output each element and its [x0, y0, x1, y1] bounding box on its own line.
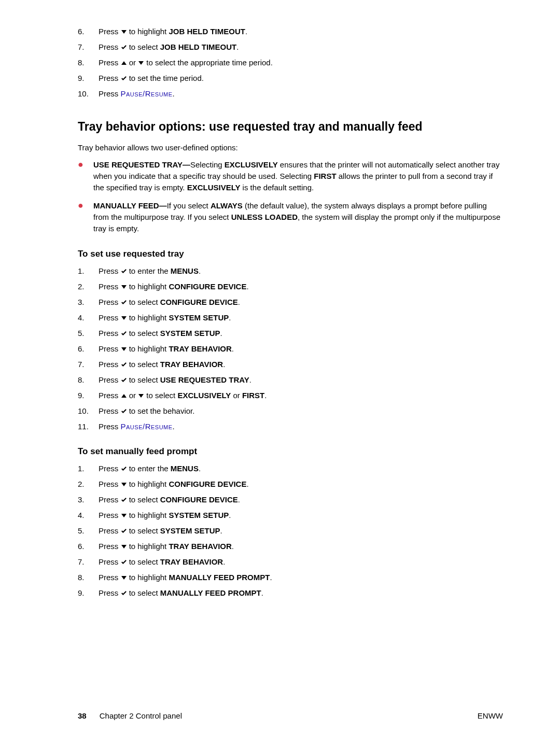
subsection-heading-2: To set manually feed prompt: [78, 446, 503, 457]
top-ordered-list: 6.Press to highlight JOB HELD TIMEOUT.7.…: [78, 26, 503, 99]
procedure-list-2: 1.Press to enter the MENUS.2.Press to hi…: [78, 463, 503, 598]
subsection-heading-1: To set use requested tray: [78, 249, 503, 259]
check-icon: [121, 300, 127, 305]
list-item: 9.Press to set the time period.: [78, 73, 503, 83]
check-icon: [121, 269, 127, 274]
down-arrow-icon: [121, 346, 127, 352]
check-icon: [121, 331, 127, 336]
list-item: 8.Press to select USE REQUESTED TRAY.: [78, 374, 503, 385]
check-icon: [121, 591, 127, 596]
check-icon: [121, 466, 127, 471]
list-item: 6.Press to highlight TRAY BEHAVIOR.: [78, 343, 503, 354]
intro-paragraph: Tray behavior allows two user-defined op…: [78, 143, 503, 152]
down-arrow-icon: [121, 544, 127, 549]
list-item: 8.Press or to select the appropriate tim…: [78, 57, 503, 68]
list-item: 3.Press to select CONFIGURE DEVICE.: [78, 494, 503, 505]
check-icon: [121, 559, 127, 565]
check-icon: [121, 76, 127, 81]
list-item: 8.Press to highlight MANUALLY FEED PROMP…: [78, 572, 503, 583]
down-arrow-icon: [121, 575, 127, 580]
list-item: 7.Press to select TRAY BEHAVIOR.: [78, 359, 503, 370]
footer-right: ENWW: [478, 711, 503, 720]
pause-resume-link[interactable]: Pause/Resume: [121, 422, 173, 431]
list-item: 9.Press or to select EXCLUSIVELY or FIRS…: [78, 390, 503, 401]
list-item: 7.Press to select TRAY BEHAVIOR.: [78, 556, 503, 567]
section-heading: Tray behavior options: use requested tra…: [78, 120, 503, 134]
check-icon: [121, 528, 127, 533]
bullet-item: ●USE REQUESTED TRAY—Selecting EXCLUSIVEL…: [78, 159, 503, 193]
list-item: 6.Press to highlight JOB HELD TIMEOUT.: [78, 26, 503, 37]
list-item: 11.Press Pause/Resume.: [78, 421, 503, 432]
list-item: 1.Press to enter the MENUS.: [78, 265, 503, 276]
down-arrow-icon: [121, 284, 127, 289]
list-item: 9.Press to select MANUALLY FEED PROMPT.: [78, 587, 503, 598]
list-item: 1.Press to enter the MENUS.: [78, 463, 503, 474]
list-item: 2.Press to highlight CONFIGURE DEVICE.: [78, 281, 503, 292]
page-number: 38: [78, 711, 87, 720]
list-item: 5.Press to select SYSTEM SETUP.: [78, 328, 503, 339]
down-arrow-icon: [138, 393, 144, 398]
chapter-label: Chapter 2 Control panel: [100, 711, 182, 720]
list-item: 4.Press to highlight SYSTEM SETUP.: [78, 510, 503, 521]
bullet-icon: ●: [78, 159, 84, 193]
list-item: 10.Press to set the behavior.: [78, 405, 503, 416]
check-icon: [121, 45, 127, 50]
bullet-item: ●MANUALLY FEED—If you select ALWAYS (the…: [78, 200, 503, 234]
up-arrow-icon: [121, 393, 127, 398]
list-item: 5.Press to select SYSTEM SETUP.: [78, 525, 503, 536]
list-item: 4.Press to highlight SYSTEM SETUP.: [78, 312, 503, 323]
bullet-list: ●USE REQUESTED TRAY—Selecting EXCLUSIVEL…: [78, 159, 503, 234]
list-item: 10.Press Pause/Resume.: [78, 88, 503, 99]
check-icon: [121, 362, 127, 367]
check-icon: [121, 409, 127, 414]
up-arrow-icon: [121, 60, 127, 65]
down-arrow-icon: [121, 315, 127, 320]
procedure-list-1: 1.Press to enter the MENUS.2.Press to hi…: [78, 265, 503, 432]
down-arrow-icon: [121, 482, 127, 487]
list-item: 3.Press to select CONFIGURE DEVICE.: [78, 297, 503, 307]
list-item: 6.Press to highlight TRAY BEHAVIOR.: [78, 541, 503, 552]
down-arrow-icon: [121, 513, 127, 518]
pause-resume-link[interactable]: Pause/Resume: [121, 89, 173, 98]
list-item: 2.Press to highlight CONFIGURE DEVICE.: [78, 479, 503, 489]
page-footer: 38 Chapter 2 Control panel ENWW: [78, 711, 503, 720]
list-item: 7.Press to select JOB HELD TIMEOUT.: [78, 41, 503, 52]
check-icon: [121, 497, 127, 502]
down-arrow-icon: [138, 60, 144, 65]
down-arrow-icon: [121, 29, 127, 34]
check-icon: [121, 377, 127, 383]
bullet-icon: ●: [78, 200, 84, 234]
